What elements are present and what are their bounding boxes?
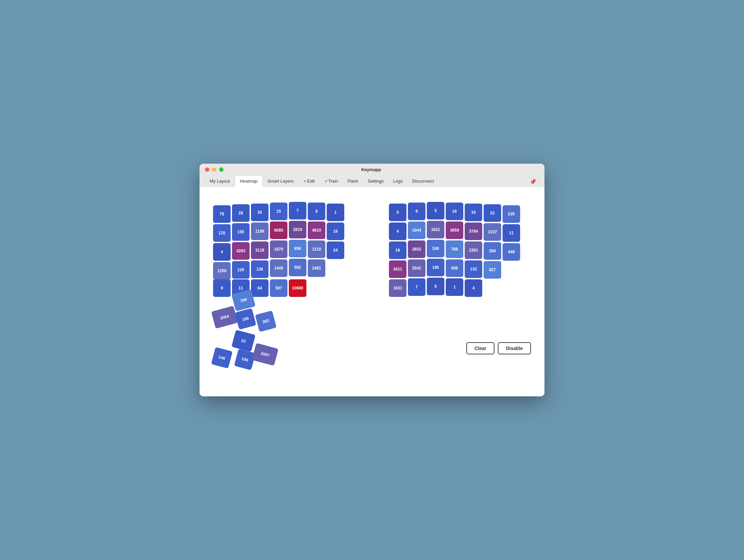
key: 3784 <box>465 223 482 240</box>
key: 249 <box>427 240 444 257</box>
key: 3119 <box>251 241 269 259</box>
left-half: 7828201576111515511996085281948101644283… <box>213 204 355 305</box>
key: 4283 <box>232 242 250 260</box>
key: 4 <box>213 243 231 261</box>
key: 136 <box>251 260 269 278</box>
clear-button[interactable]: Clear <box>466 342 494 354</box>
nav-item-logs[interactable]: Logs <box>389 176 408 186</box>
key: 382 <box>255 310 277 332</box>
key: 186 <box>235 308 256 330</box>
nav-item-flash[interactable]: Flash <box>343 176 363 186</box>
key: 9 <box>408 203 425 220</box>
key: 1440 <box>270 259 287 277</box>
key: 2819 <box>289 221 306 238</box>
key: 6085 <box>270 221 287 239</box>
key: 6 <box>308 203 325 220</box>
window-title: Keymapp <box>224 167 519 172</box>
key: 1259 <box>213 262 231 280</box>
key: 16 <box>327 223 344 240</box>
key: 20 <box>251 204 269 221</box>
key: 0 <box>389 204 406 221</box>
key: 608 <box>446 259 463 277</box>
key: 15 <box>270 203 287 220</box>
key: 133 <box>465 260 482 278</box>
key: 799 <box>231 289 255 311</box>
key: 284 <box>484 242 501 260</box>
key: 768 <box>446 240 463 258</box>
key: 1491 <box>308 259 325 277</box>
nav-item-heatmap[interactable]: Heatmap <box>235 176 263 187</box>
nav-item-disconnect[interactable]: Disconnect <box>408 176 439 186</box>
nav-item-train[interactable]: Train <box>320 176 343 186</box>
key: 235 <box>503 205 520 223</box>
key: 28 <box>232 204 250 222</box>
key: 129 <box>232 261 250 279</box>
key: 3959 <box>446 221 463 239</box>
key: 155 <box>232 223 250 241</box>
key: 449 <box>503 243 520 261</box>
key: 115 <box>213 224 231 242</box>
key: 5 <box>427 202 444 219</box>
key: 1044 <box>408 221 425 239</box>
thumb-area: 7992064186382 231461062097 <box>213 291 531 335</box>
key: 24 <box>327 241 344 259</box>
key: 1870 <box>270 240 287 258</box>
key: 146 <box>211 347 233 369</box>
key: 22 <box>484 204 501 222</box>
key: 2064 <box>211 306 238 329</box>
key: 1107 <box>484 223 501 241</box>
key: 592 <box>289 259 306 276</box>
disable-button[interactable]: Disable <box>498 342 531 354</box>
pin-icon[interactable]: 📌 <box>527 177 539 186</box>
key: 78 <box>213 205 231 223</box>
minimize-button[interactable] <box>212 167 216 172</box>
key: 2097 <box>252 343 278 366</box>
nav-item-edit[interactable]: Edit <box>298 176 319 186</box>
key: 19 <box>389 241 406 259</box>
key: 3411 <box>389 260 406 278</box>
nav-bar: My LayoutHeatmapSmart LayersEditTrainFla… <box>205 176 439 186</box>
traffic-lights <box>205 167 224 172</box>
key: 827 <box>484 261 501 279</box>
key: 1210 <box>308 240 325 258</box>
app-window: Keymapp My LayoutHeatmapSmart LayersEdit… <box>200 164 544 396</box>
close-button[interactable] <box>205 167 209 172</box>
nav-item-settings[interactable]: Settings <box>363 176 389 186</box>
key: 4810 <box>308 221 325 239</box>
nav-item-my-layout[interactable]: My Layout <box>205 176 235 186</box>
key: 4 <box>389 223 406 240</box>
key: 1 <box>327 204 344 221</box>
key: 1199 <box>251 223 269 240</box>
key: 10 <box>465 204 482 221</box>
key: 23 <box>231 330 255 352</box>
key: 956 <box>289 240 306 257</box>
main-content: 7828201576111515511996085281948101644283… <box>200 187 544 396</box>
titlebar: Keymapp My LayoutHeatmapSmart LayersEdit… <box>200 164 544 187</box>
right-half: 0951610222354104416213959378411071119265… <box>389 204 531 305</box>
key: 2042 <box>408 259 425 277</box>
key: 1621 <box>427 221 444 238</box>
key: 16 <box>446 203 463 220</box>
maximize-button[interactable] <box>219 167 224 172</box>
key: 2391 <box>465 241 482 259</box>
key: 7 <box>289 202 306 219</box>
key: 11 <box>503 224 520 242</box>
key: 2652 <box>408 240 425 258</box>
key: 195 <box>427 259 444 276</box>
nav-item-smart-layers[interactable]: Smart Layers <box>263 176 298 186</box>
